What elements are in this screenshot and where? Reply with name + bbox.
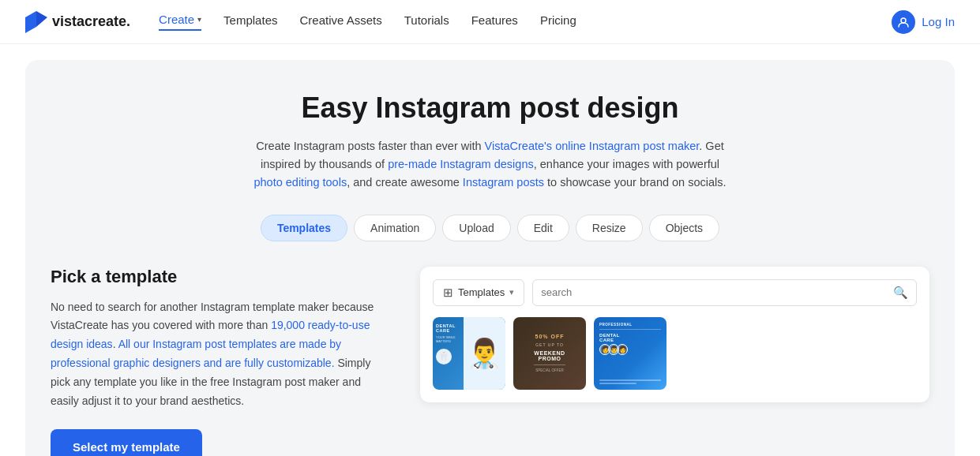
tab-objects[interactable]: Objects: [649, 215, 719, 241]
template-card-weekend-promo[interactable]: 50% OFF GET UP TO WEEKENDPROMO SPECIAL O…: [513, 317, 586, 390]
card-bars: [599, 379, 661, 384]
template-card-professional-dental[interactable]: PROFESSIONAL DENTALCARE 👩 👨 👩: [594, 317, 666, 390]
tab-edit[interactable]: Edit: [517, 215, 569, 241]
bar-1: [599, 379, 661, 381]
navbar-left: vistacreate. Create ▾ Templates Creative…: [25, 11, 576, 33]
tab-templates[interactable]: Templates: [261, 215, 347, 241]
login-text: Log In: [922, 15, 955, 28]
card-right-panel: 👨‍⚕️: [464, 317, 505, 390]
logo-icon: [25, 11, 47, 33]
section-description: No need to search for another Instagram …: [51, 298, 382, 411]
team-avatars: 👩 👨 👩: [599, 344, 661, 355]
search-icon[interactable]: 🔍: [893, 286, 908, 300]
right-panel: ⊞ Templates ▾ 🔍 DENTALC: [420, 267, 929, 402]
card-left-panel: DENTALCARE YOUR SMILEMATTERS 🦷: [433, 317, 464, 390]
person-icon: 👨‍⚕️: [467, 337, 502, 370]
navbar: vistacreate. Create ▾ Templates Creative…: [0, 0, 980, 44]
filter-button[interactable]: ⊞ Templates ▾: [433, 279, 524, 306]
promo-subtitle: SPECIAL OFFER: [535, 368, 563, 372]
chevron-down-icon: ▾: [197, 15, 201, 24]
tab-resize[interactable]: Resize: [576, 215, 643, 241]
tab-bar: Templates Animation Upload Edit Resize O…: [51, 215, 929, 241]
section-title: Pick a template: [51, 267, 382, 287]
chevron-down-icon: ▾: [509, 287, 514, 297]
nav-item-tutorials[interactable]: Tutorials: [404, 13, 449, 30]
grid-icon: ⊞: [443, 286, 453, 300]
user-icon: [892, 10, 915, 34]
nav-item-pricing[interactable]: Pricing: [540, 13, 576, 30]
hero-description: Create Instagram posts faster than ever …: [253, 137, 727, 192]
template-panel: ⊞ Templates ▾ 🔍 DENTALC: [420, 267, 929, 402]
svg-marker-0: [25, 11, 36, 33]
promo-label: GET UP TO: [535, 342, 564, 347]
hero-section: Easy Instagram post design Create Instag…: [51, 92, 929, 192]
card-subtitle: YOUR SMILEMATTERS: [436, 335, 460, 343]
bar-2: [599, 383, 636, 384]
divider: [534, 364, 565, 365]
promo-title: WEEKENDPROMO: [534, 350, 565, 361]
search-input[interactable]: [541, 286, 893, 298]
template-cards-row: DENTALCARE YOUR SMILEMATTERS 🦷 👨‍⚕️: [433, 317, 917, 390]
svg-point-2: [901, 18, 906, 23]
login-button[interactable]: Log In: [892, 10, 955, 34]
main-content: Easy Instagram post design Create Instag…: [25, 60, 955, 456]
bottom-section: Pick a template No need to search for an…: [51, 267, 929, 456]
nav-item-creative-assets[interactable]: Creative Assets: [299, 13, 381, 30]
logo[interactable]: vistacreate.: [25, 11, 130, 33]
svg-marker-1: [36, 11, 47, 27]
page-title: Easy Instagram post design: [51, 92, 929, 125]
card-title: DENTALCARE: [436, 323, 460, 333]
tooth-icon: 🦷: [436, 349, 452, 364]
left-content: Pick a template No need to search for an…: [51, 267, 382, 456]
filter-label: Templates: [458, 286, 505, 298]
sale-badge: 50% OFF: [535, 334, 565, 339]
search-box: 🔍: [532, 279, 917, 306]
select-template-button[interactable]: Select my template: [51, 429, 202, 456]
nav-item-templates[interactable]: Templates: [223, 13, 277, 30]
tab-upload[interactable]: Upload: [442, 215, 510, 241]
tab-animation[interactable]: Animation: [354, 215, 436, 241]
avatar-3: 👩: [617, 344, 628, 355]
logo-text: vistacreate.: [52, 13, 130, 30]
nav-links: Create ▾ Templates Creative Assets Tutor…: [159, 13, 576, 31]
card-top-tag: PROFESSIONAL: [599, 323, 661, 330]
card-main-title: DENTALCARE: [599, 333, 661, 342]
template-card-dental-blue[interactable]: DENTALCARE YOUR SMILEMATTERS 🦷 👨‍⚕️: [433, 317, 505, 390]
nav-item-create[interactable]: Create ▾: [159, 13, 201, 31]
panel-toolbar: ⊞ Templates ▾ 🔍: [433, 279, 917, 306]
nav-item-features[interactable]: Features: [471, 13, 518, 30]
